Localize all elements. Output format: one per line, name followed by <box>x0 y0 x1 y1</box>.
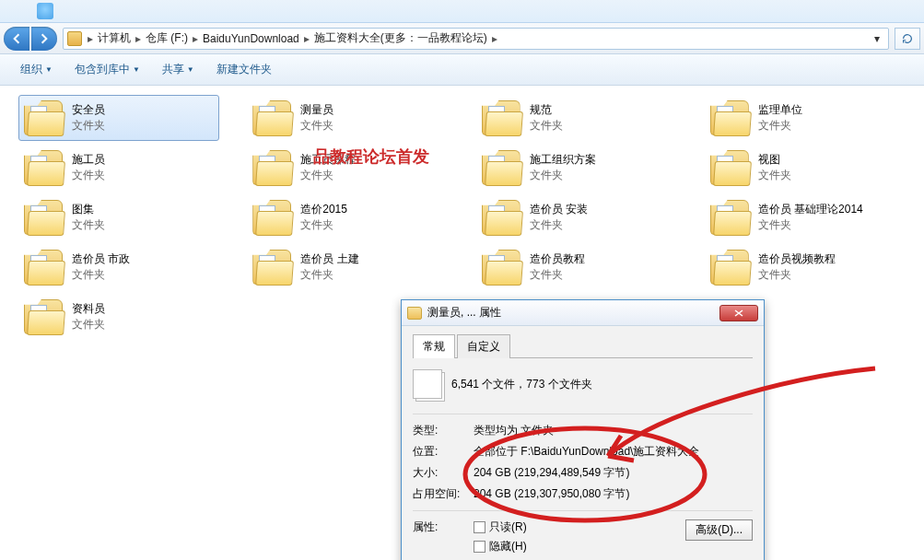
folder-name: 造价员 安装 <box>530 202 588 217</box>
hidden-label: 隐藏(H) <box>489 539 527 554</box>
folder-icon <box>710 100 749 135</box>
folder-icon <box>24 250 63 285</box>
folder-item[interactable]: 监理单位 文件夹 <box>705 95 906 141</box>
chevron-right-icon[interactable]: ▸ <box>86 32 95 45</box>
folder-type: 文件夹 <box>758 217 863 233</box>
folder-icon <box>482 150 520 185</box>
folder-name: 测量员 <box>300 102 333 118</box>
navigation-bar: ▸ 计算机 ▸ 仓库 (F:) ▸ BaiduYunDownload ▸ 施工资… <box>0 23 924 54</box>
folder-icon <box>252 250 291 285</box>
close-icon <box>734 309 743 317</box>
tab-general[interactable]: 常规 <box>413 334 455 358</box>
folder-item[interactable]: 资料员 文件夹 <box>18 294 219 340</box>
chevron-right-icon[interactable]: ▸ <box>490 32 499 45</box>
readonly-label: 只读(R) <box>489 519 527 535</box>
folder-type: 文件夹 <box>530 168 596 183</box>
folder-type: 文件夹 <box>300 168 356 183</box>
folder-item[interactable]: 施工组织方案 文件夹 <box>476 145 677 191</box>
folder-name: 施工员 <box>72 152 105 168</box>
folder-name: 造价员 土建 <box>300 251 358 267</box>
folder-item[interactable]: 规范 文件夹 <box>476 95 677 141</box>
command-toolbar: 组织▼ 包含到库中▼ 共享▼ 新建文件夹 <box>0 54 924 86</box>
tab-custom[interactable]: 自定义 <box>457 334 510 358</box>
folder-item[interactable]: 造价员 基础理论2014 文件夹 <box>705 194 906 240</box>
share-menu[interactable]: 共享▼ <box>157 59 200 80</box>
folder-type: 文件夹 <box>300 267 358 283</box>
forward-button[interactable] <box>31 27 57 51</box>
chevron-right-icon[interactable]: ▸ <box>302 32 311 45</box>
readonly-checkbox[interactable] <box>474 521 485 533</box>
titlebar-app-icon <box>37 3 53 19</box>
multi-file-icon <box>413 369 442 399</box>
attributes-label: 属性: <box>413 519 474 535</box>
chevron-right-icon[interactable]: ▸ <box>191 32 200 45</box>
hidden-checkbox[interactable] <box>474 541 485 553</box>
size-value: 204 GB (219,294,489,549 字节) <box>474 465 753 481</box>
folder-item[interactable]: 造价员 安装 文件夹 <box>476 194 677 240</box>
crumb-folder-2[interactable]: 施工资料大全(更多：一品教程论坛) <box>311 30 490 46</box>
folder-item[interactable]: 造价员视频教程 文件夹 <box>705 244 906 290</box>
folder-item[interactable]: 造价员 土建 文件夹 <box>247 244 448 290</box>
refresh-button[interactable] <box>895 28 920 50</box>
properties-dialog: 测量员, ... 属性 常规 自定义 6,541 个文件，773 个文件夹 类型… <box>401 299 765 560</box>
folder-type: 文件夹 <box>72 168 105 183</box>
folder-item[interactable]: 图集 文件夹 <box>18 194 219 240</box>
folder-icon <box>710 200 749 235</box>
folder-type: 文件夹 <box>72 317 105 332</box>
watermark-text: 品教程论坛首发 <box>313 146 429 168</box>
type-value: 类型均为 文件夹 <box>474 423 753 438</box>
new-folder-button[interactable]: 新建文件夹 <box>211 59 277 80</box>
folder-icon <box>482 200 520 235</box>
file-count-summary: 6,541 个文件，773 个文件夹 <box>451 377 592 392</box>
folder-icon <box>252 200 291 235</box>
folder-icon <box>482 100 520 135</box>
folder-name: 视图 <box>758 152 791 168</box>
folder-item[interactable]: 施工员 文件夹 <box>18 145 219 191</box>
dialog-tabs: 常规 自定义 <box>413 333 753 358</box>
crumb-drive[interactable]: 仓库 (F:) <box>143 30 191 46</box>
back-button[interactable] <box>4 27 29 51</box>
folder-item[interactable]: 造价员教程 文件夹 <box>476 244 677 290</box>
folder-item[interactable]: 造价员 市政 文件夹 <box>18 244 219 290</box>
folder-icon <box>710 250 749 285</box>
folder-icon <box>67 31 82 46</box>
folder-type: 文件夹 <box>72 118 105 134</box>
size-on-disk-label: 占用空间: <box>413 486 474 502</box>
folder-type: 文件夹 <box>758 168 791 183</box>
folder-type: 文件夹 <box>530 267 585 283</box>
chevron-right-icon[interactable]: ▸ <box>134 32 143 45</box>
folder-icon <box>24 150 63 185</box>
location-value: 全部位于 F:\BaiduYunDownload\施工资料大全 <box>474 444 753 460</box>
breadcrumb[interactable]: ▸ 计算机 ▸ 仓库 (F:) ▸ BaiduYunDownload ▸ 施工资… <box>63 28 889 50</box>
folder-icon <box>24 100 63 135</box>
window-titlebar <box>0 0 924 23</box>
dialog-titlebar[interactable]: 测量员, ... 属性 <box>402 300 764 326</box>
folder-icon <box>252 150 291 185</box>
folder-icon <box>482 250 520 285</box>
folder-name: 造价员视频教程 <box>758 251 836 267</box>
dialog-title: 测量员, ... 属性 <box>427 305 501 321</box>
folder-item[interactable]: 测量员 文件夹 <box>247 95 448 141</box>
folder-item[interactable]: 安全员 文件夹 <box>18 95 219 141</box>
crumb-folder-1[interactable]: BaiduYunDownload <box>200 32 302 45</box>
include-in-library-menu[interactable]: 包含到库中▼ <box>69 59 146 80</box>
folder-item[interactable]: 造价2015 文件夹 <box>247 194 448 240</box>
folder-item[interactable]: 视图 文件夹 <box>705 145 906 191</box>
folder-type: 文件夹 <box>72 217 105 233</box>
folder-name: 监理单位 <box>758 102 802 118</box>
crumb-computer[interactable]: 计算机 <box>95 30 134 46</box>
size-on-disk-value: 204 GB (219,307,950,080 字节) <box>474 486 753 502</box>
arrow-right-icon <box>39 33 50 44</box>
organize-menu[interactable]: 组织▼ <box>15 59 58 80</box>
advanced-button[interactable]: 高级(D)... <box>685 519 753 541</box>
path-dropdown-icon[interactable]: ▾ <box>870 32 884 45</box>
close-button[interactable] <box>719 305 758 321</box>
folder-icon <box>407 307 422 320</box>
folder-name: 资料员 <box>72 301 105 317</box>
folder-icon <box>710 150 749 185</box>
refresh-icon <box>901 32 914 45</box>
folder-icon <box>252 100 291 135</box>
folder-name: 图集 <box>72 202 105 217</box>
folder-type: 文件夹 <box>72 267 130 283</box>
folder-name: 造价员 基础理论2014 <box>758 202 863 217</box>
